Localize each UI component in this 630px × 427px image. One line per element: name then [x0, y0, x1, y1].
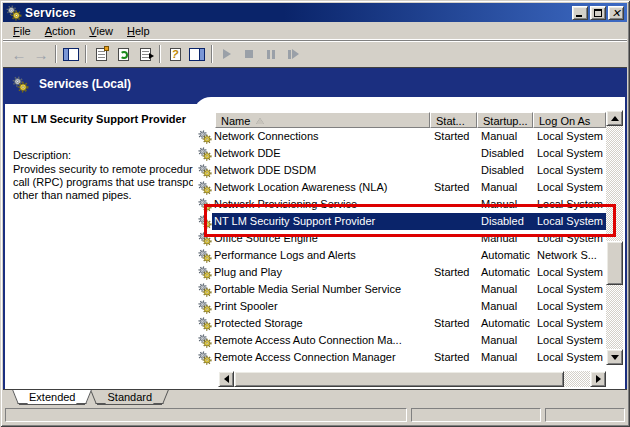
service-startup-type: Manual: [481, 198, 517, 210]
service-log-on-as: Local System: [537, 130, 603, 142]
back-icon[interactable]: ←: [8, 43, 30, 65]
service-row[interactable]: Network DDEDisabledLocal System: [193, 145, 606, 162]
menu-item-view[interactable]: View: [82, 23, 120, 39]
service-row[interactable]: Portable Media Serial Number ServiceManu…: [193, 281, 606, 298]
service-name: Network DDE DSDM: [214, 164, 430, 176]
column-header-startup[interactable]: Startup...: [477, 112, 533, 128]
service-startup-type: Manual: [481, 232, 517, 244]
service-row[interactable]: Remote Access Connection ManagerStartedM…: [193, 349, 606, 366]
service-row[interactable]: Network Location Awareness (NLA)StartedM…: [193, 179, 606, 196]
service-gears-icon: [198, 164, 212, 178]
services-window: Services ✕ FileActionViewHelp ←→? Servic…: [0, 0, 630, 427]
service-startup-type: Manual: [481, 300, 517, 312]
service-startup-type: Manual: [481, 351, 517, 363]
column-header-stat[interactable]: Stat...: [430, 112, 477, 128]
show-console-tree-icon[interactable]: [60, 43, 82, 65]
service-name: Performance Logs and Alerts: [214, 249, 430, 261]
scroll-left-button[interactable]: [218, 371, 234, 387]
menu-item-file[interactable]: File: [6, 23, 38, 39]
service-gears-icon: [198, 232, 212, 246]
services-gears-icon: [12, 76, 29, 93]
start-service-icon[interactable]: [216, 43, 238, 65]
service-gears-icon: [198, 351, 212, 365]
menu-bar: FileActionViewHelp: [3, 22, 627, 40]
service-name: Network Connections: [214, 130, 430, 142]
service-status: Started: [434, 317, 469, 329]
service-startup-type: Manual: [481, 283, 517, 295]
properties-icon[interactable]: [90, 43, 112, 65]
selected-service-title: NT LM Security Support Provider: [13, 113, 219, 125]
vertical-scroll-thumb[interactable]: [606, 241, 623, 285]
scroll-up-button[interactable]: [606, 110, 623, 126]
vertical-scrollbar[interactable]: [606, 110, 623, 365]
service-row[interactable]: Network Provisioning ServiceManualLocal …: [193, 196, 606, 213]
menu-item-help[interactable]: Help: [120, 23, 157, 39]
service-name: Network DDE: [214, 147, 430, 159]
toolbar-separator: [55, 45, 57, 63]
help-icon[interactable]: ?: [164, 43, 186, 65]
service-name: Plug and Play: [214, 266, 430, 278]
toolbar-separator: [85, 45, 87, 63]
banner: Services (Local): [3, 68, 627, 100]
service-log-on-as: Local System: [537, 334, 603, 346]
status-panel: [5, 408, 407, 422]
service-status: Started: [434, 181, 469, 193]
column-header-log-on-as[interactable]: Log On As: [533, 112, 606, 128]
service-startup-type: Manual: [481, 334, 517, 346]
minimize-button[interactable]: [572, 6, 588, 20]
service-row[interactable]: NT LM Security Support ProviderDisabledL…: [193, 213, 606, 230]
horizontal-scroll-thumb[interactable]: [234, 371, 564, 387]
console-content: Services (Local) NT LM Security Support …: [3, 67, 627, 389]
service-row[interactable]: Office Source EngineManualLocal System: [193, 230, 606, 247]
column-header-name[interactable]: Name: [215, 112, 430, 128]
service-gears-icon: [198, 147, 212, 161]
tab-standard[interactable]: Standard: [97, 390, 162, 405]
view-tabs: ExtendedStandard: [3, 389, 627, 405]
service-row[interactable]: Network DDE DSDMDisabledLocal System: [193, 162, 606, 179]
service-log-on-as: Local System: [537, 147, 603, 159]
service-gears-icon: [198, 130, 212, 144]
refresh-icon[interactable]: [112, 43, 134, 65]
service-gears-icon: [198, 249, 212, 263]
service-name: Remote Access Connection Manager: [214, 351, 430, 363]
stop-service-icon[interactable]: [238, 43, 260, 65]
service-log-on-as: Local System: [537, 181, 603, 193]
scroll-right-button[interactable]: [590, 371, 606, 387]
service-row[interactable]: Network ConnectionsStartedManualLocal Sy…: [193, 128, 606, 145]
title-bar[interactable]: Services ✕: [3, 3, 627, 22]
service-startup-type: Automatic: [481, 317, 530, 329]
show-action-pane-icon[interactable]: [186, 43, 208, 65]
menu-item-action[interactable]: Action: [38, 23, 83, 39]
service-log-on-as: Local System: [537, 164, 603, 176]
pause-service-icon[interactable]: [260, 43, 282, 65]
service-name: Print Spooler: [214, 300, 430, 312]
service-name: Portable Media Serial Number Service: [214, 283, 430, 295]
list-header: NameStat...Startup...Log On As: [215, 112, 606, 128]
maximize-button[interactable]: [590, 6, 606, 20]
service-log-on-as: Local System: [537, 232, 603, 244]
service-row[interactable]: Plug and PlayStartedAutomaticLocal Syste…: [193, 264, 606, 281]
service-row[interactable]: Performance Logs and AlertsAutomaticNetw…: [193, 247, 606, 264]
service-gears-icon: [198, 334, 212, 348]
service-gears-icon: [198, 266, 212, 280]
service-startup-type: Automatic: [481, 249, 530, 261]
horizontal-scrollbar[interactable]: [218, 371, 606, 387]
tab-extended[interactable]: Extended: [19, 390, 85, 405]
service-row[interactable]: Protected StorageStartedAutomaticLocal S…: [193, 315, 606, 332]
service-name: Network Location Awareness (NLA): [214, 181, 430, 193]
forward-icon[interactable]: →: [30, 43, 52, 65]
status-panel: [411, 408, 541, 422]
service-row[interactable]: Remote Access Auto Connection Ma...Manua…: [193, 332, 606, 349]
close-button[interactable]: ✕: [608, 6, 624, 20]
service-startup-type: Disabled: [481, 147, 524, 159]
sort-ascending-icon: [256, 118, 264, 124]
window-title: Services: [25, 6, 572, 20]
toolbar-separator: [159, 45, 161, 63]
service-gears-icon: [198, 317, 212, 331]
export-list-icon[interactable]: [134, 43, 156, 65]
service-log-on-as: Local System: [537, 215, 603, 227]
scroll-down-button[interactable]: [606, 349, 623, 365]
restart-service-icon[interactable]: [282, 43, 304, 65]
service-row[interactable]: Print SpoolerManualLocal System: [193, 298, 606, 315]
service-gears-icon: [198, 283, 212, 297]
